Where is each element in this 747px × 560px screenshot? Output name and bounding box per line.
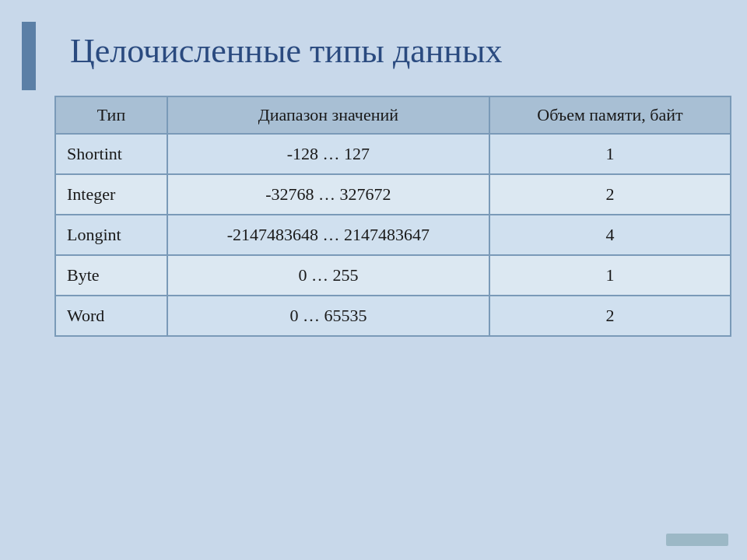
cell-range: -2147483648 … 2147483647 (167, 215, 489, 255)
cell-type: Word (55, 296, 167, 336)
cell-memory: 1 (489, 255, 731, 296)
data-table: Тип Диапазон значений Объем памяти, байт… (54, 96, 731, 337)
accent-bar (22, 22, 36, 90)
page-title: Целочисленные типы данных (70, 31, 502, 72)
col-header-memory: Объем памяти, байт (489, 96, 731, 134)
cell-memory: 2 (489, 296, 731, 336)
table-row: Byte0 … 2551 (55, 255, 731, 296)
cell-range: 0 … 65535 (167, 296, 489, 336)
cell-range: 0 … 255 (167, 255, 489, 296)
cell-range: -128 … 127 (167, 134, 489, 174)
cell-memory: 2 (489, 174, 731, 215)
cell-type: Byte (55, 255, 167, 296)
table-wrapper: Тип Диапазон значений Объем памяти, байт… (54, 96, 731, 337)
cell-memory: 1 (489, 134, 731, 174)
table-row: Integer-32768 … 3276722 (55, 174, 731, 215)
table-row: Shortint-128 … 1271 (55, 134, 731, 174)
cell-type: Integer (55, 174, 167, 215)
col-header-range: Диапазон значений (167, 96, 489, 134)
table-row: Word0 … 655352 (55, 296, 731, 336)
cell-type: Longint (55, 215, 167, 255)
cell-range: -32768 … 327672 (167, 174, 489, 215)
col-header-type: Тип (55, 96, 167, 134)
page: Целочисленные типы данных Тип Диапазон з… (0, 0, 747, 560)
cell-type: Shortint (55, 134, 167, 174)
bottom-decoration (666, 534, 728, 546)
table-header-row: Тип Диапазон значений Объем памяти, байт (55, 96, 731, 134)
table-row: Longint-2147483648 … 21474836474 (55, 215, 731, 255)
cell-memory: 4 (489, 215, 731, 255)
